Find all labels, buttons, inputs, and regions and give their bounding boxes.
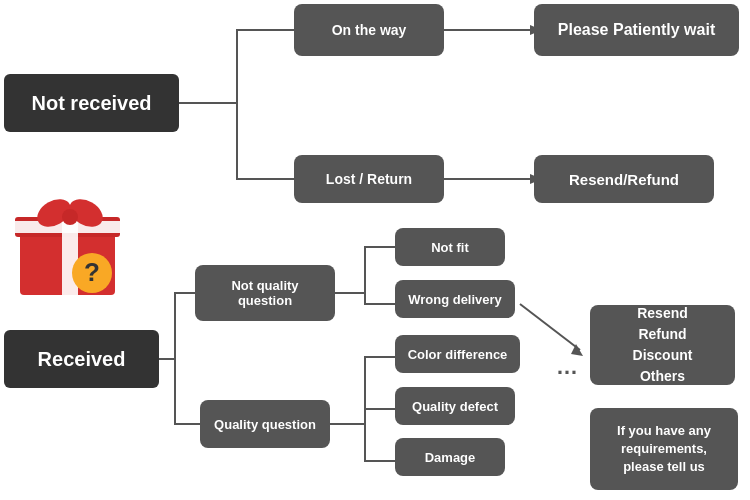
svg-line-4 [520,304,580,350]
not-quality-node: Not quality question [195,265,335,321]
svg-text:?: ? [84,257,100,287]
gift-box-icon: ? [10,185,130,305]
damage-node: Damage [395,438,505,476]
please-wait-node: Please Patiently wait [534,4,739,56]
quality-question-node: Quality question [200,400,330,448]
color-diff-node: Color difference [395,335,520,373]
svg-point-12 [62,209,78,225]
quality-defect-node: Quality defect [395,387,515,425]
wrong-delivery-node: Wrong delivery [395,280,515,318]
lost-return-node: Lost / Return [294,155,444,203]
not-received-node: Not received [4,74,179,132]
ellipsis-indicator: … [556,354,581,380]
requirements-node: If you have any requirements, please tel… [590,408,738,490]
not-fit-node: Not fit [395,228,505,266]
resend-refund-1-node: Resend/Refund [534,155,714,203]
resend-options-node: Resend Refund Discount Others [590,305,735,385]
on-the-way-node: On the way [294,4,444,56]
received-node: Received [4,330,159,388]
